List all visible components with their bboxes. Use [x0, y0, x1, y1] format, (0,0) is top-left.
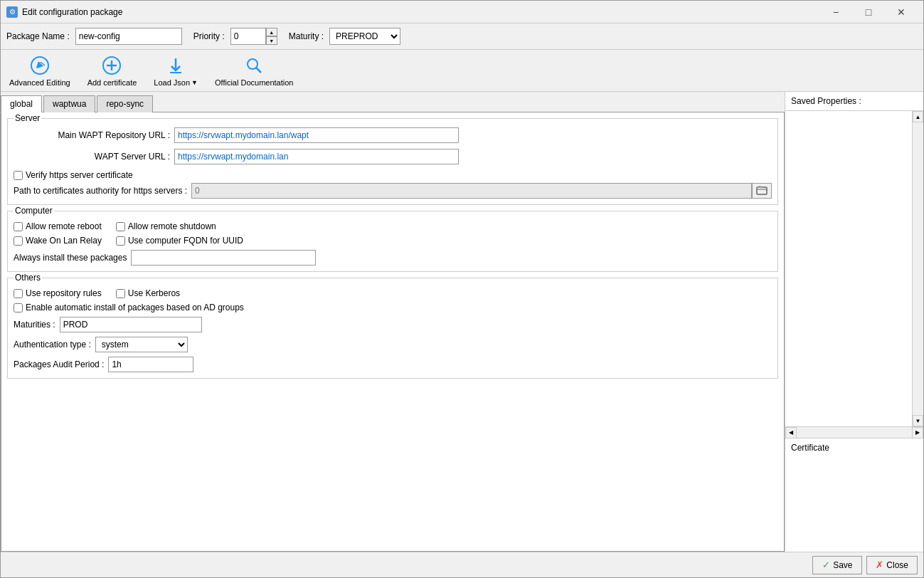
minimize-button[interactable]: − — [819, 1, 852, 23]
priority-label: Priority : — [193, 31, 225, 41]
cert-path-label: Path to certificates authority for https… — [14, 186, 187, 196]
priority-input[interactable] — [230, 28, 266, 45]
wake-on-lan-item: Wake On Lan Relay — [14, 236, 102, 246]
priority-section: Priority : ▲ ▼ — [193, 28, 277, 45]
close-label: Close — [886, 560, 908, 570]
maximize-button[interactable]: □ — [852, 1, 885, 23]
scroll-right-button[interactable]: ▶ — [912, 427, 923, 438]
others-row-1: Use repository rules Use Kerberos — [14, 288, 772, 298]
audit-period-row: Packages Audit Period : — [14, 357, 772, 372]
save-label: Save — [833, 560, 852, 570]
use-fqdn-label: Use computer FQDN for UUID — [128, 236, 243, 246]
priority-down-button[interactable]: ▼ — [266, 36, 277, 45]
load-json-button[interactable]: Load Json ▼ — [151, 53, 201, 88]
window-controls: − □ ✕ — [819, 1, 918, 23]
horizontal-scroll-area: ◀ ▶ — [785, 426, 923, 438]
package-name-input[interactable] — [75, 28, 182, 45]
use-fqdn-checkbox[interactable] — [116, 236, 125, 246]
right-panel: Saved Properties : ▲ ▼ ◀ ▶ Certificate — [785, 92, 923, 552]
tab-waptwua[interactable]: waptwua — [43, 95, 95, 112]
maturity-select[interactable]: PREPROD PROD DEV — [329, 28, 400, 45]
tab-global[interactable]: global — [1, 95, 42, 112]
add-certificate-button[interactable]: Add certificate — [85, 53, 140, 88]
computer-section: Computer Allow remote reboot Allow remot… — [7, 211, 778, 272]
auth-type-label: Authentication type : — [14, 340, 91, 350]
use-repo-rules-checkbox[interactable] — [14, 289, 23, 298]
always-install-row: Always install these packages — [14, 250, 772, 266]
tab-content-global: Server Main WAPT Repository URL : WAPT S… — [1, 112, 785, 552]
wapt-server-url-input[interactable] — [174, 149, 459, 164]
maturities-row: Maturities : — [14, 317, 772, 332]
window-title: Edit configuration package — [22, 7, 819, 17]
audit-period-input[interactable] — [108, 357, 193, 372]
verify-https-checkbox[interactable] — [14, 171, 23, 180]
saved-props-content — [785, 111, 923, 117]
close-button[interactable]: ✗ Close — [866, 556, 918, 574]
main-wapt-repo-input[interactable] — [174, 127, 459, 143]
auth-type-select[interactable]: system certificate kerberos — [95, 337, 188, 352]
ad-groups-row: Enable automatic install of packages bas… — [14, 303, 772, 312]
allow-remote-shutdown-label: Allow remote shutdown — [128, 221, 216, 231]
main-wapt-repo-row: Main WAPT Repository URL : — [14, 127, 772, 143]
allow-remote-shutdown-item: Allow remote shutdown — [116, 221, 216, 231]
tab-repo-sync[interactable]: repo-sync — [97, 95, 153, 112]
server-section: Server Main WAPT Repository URL : WAPT S… — [7, 118, 778, 205]
maturity-section: Maturity : PREPROD PROD DEV — [289, 28, 400, 45]
cert-browse-button[interactable] — [752, 183, 772, 199]
app-icon: ⚙ — [6, 6, 18, 18]
others-section: Others Use repository rules Use Kerberos — [7, 278, 778, 379]
wake-on-lan-checkbox[interactable] — [14, 236, 23, 246]
spinner-buttons: ▲ ▼ — [266, 28, 277, 45]
enable-ad-groups-label: Enable automatic install of packages bas… — [26, 303, 244, 312]
scroll-track — [913, 122, 923, 415]
saved-props-header: Saved Properties : — [785, 92, 923, 111]
verify-https-label: Verify https server certificate — [26, 170, 133, 180]
wapt-server-url-row: WAPT Server URL : — [14, 149, 772, 164]
scroll-up-button[interactable]: ▲ — [913, 111, 923, 122]
saved-props-area: ▲ ▼ — [785, 111, 923, 426]
auth-type-row: Authentication type : system certificate… — [14, 337, 772, 352]
always-install-label: Always install these packages — [14, 253, 127, 263]
certificate-section: Certificate — [785, 438, 923, 552]
audit-period-label: Packages Audit Period : — [14, 359, 104, 369]
wapt-server-url-label: WAPT Server URL : — [14, 152, 170, 162]
server-section-label: Server — [14, 113, 41, 123]
allow-remote-reboot-checkbox[interactable] — [14, 222, 23, 231]
certificate-label: Certificate — [791, 443, 829, 453]
always-install-input[interactable] — [131, 250, 316, 266]
wake-on-lan-label: Wake On Lan Relay — [26, 236, 102, 246]
computer-row-2: Wake On Lan Relay Use computer FQDN for … — [14, 236, 772, 246]
use-repo-rules-item: Use repository rules — [14, 288, 102, 298]
svg-line-8 — [256, 68, 261, 73]
maturities-label: Maturities : — [14, 320, 55, 330]
enable-ad-groups-item: Enable automatic install of packages bas… — [14, 303, 244, 312]
content-area: global waptwua repo-sync Server Main WAP… — [1, 92, 923, 552]
load-json-dropdown-arrow: ▼ — [191, 79, 198, 86]
scroll-left-button[interactable]: ◀ — [785, 427, 797, 438]
svg-rect-9 — [757, 187, 767, 194]
allow-remote-shutdown-checkbox[interactable] — [116, 222, 125, 231]
download-icon — [164, 54, 187, 77]
action-toolbar: Advanced Editing Add certificate Load Js… — [1, 50, 923, 92]
cert-path-input[interactable] — [191, 183, 752, 199]
allow-remote-reboot-label: Allow remote reboot — [26, 221, 102, 231]
official-documentation-button[interactable]: Official Documentation — [212, 53, 296, 88]
maturities-input[interactable] — [60, 317, 202, 332]
load-json-with-arrow: Load Json ▼ — [154, 78, 198, 87]
computer-row-1: Allow remote reboot Allow remote shutdow… — [14, 221, 772, 231]
close-window-button[interactable]: ✕ — [885, 1, 918, 23]
priority-up-button[interactable]: ▲ — [266, 28, 277, 36]
allow-remote-reboot-item: Allow remote reboot — [14, 221, 102, 231]
verify-https-row: Verify https server certificate — [14, 170, 772, 180]
add-certificate-icon — [100, 54, 123, 77]
edit-icon — [28, 54, 51, 77]
save-checkmark-icon: ✓ — [822, 559, 830, 570]
package-toolbar: Package Name : Priority : ▲ ▼ Maturity :… — [1, 23, 923, 50]
use-fqdn-item: Use computer FQDN for UUID — [116, 236, 243, 246]
use-kerberos-checkbox[interactable] — [116, 289, 125, 298]
save-button[interactable]: ✓ Save — [812, 556, 862, 574]
enable-ad-groups-checkbox[interactable] — [14, 303, 23, 312]
computer-section-label: Computer — [14, 206, 54, 216]
scroll-down-button[interactable]: ▼ — [913, 415, 923, 426]
advanced-editing-button[interactable]: Advanced Editing — [6, 53, 73, 88]
